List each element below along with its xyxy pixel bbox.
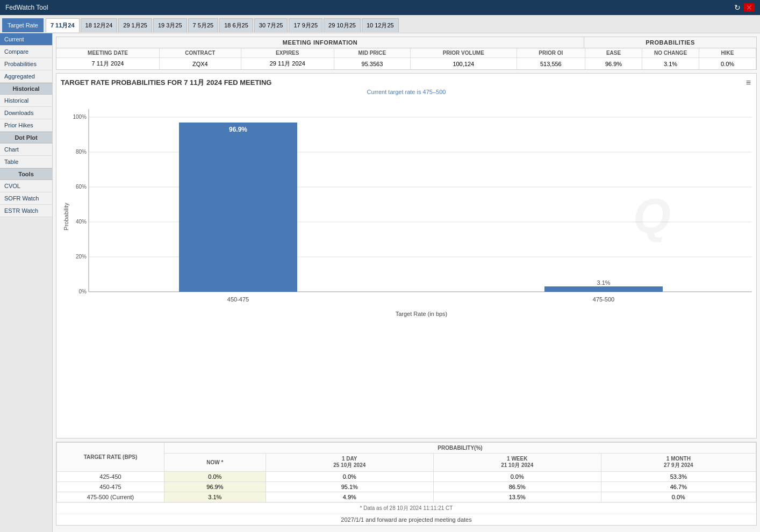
- cell-one-day: 95.1%: [266, 482, 433, 492]
- cell-prior-oi: 513,556: [517, 58, 585, 70]
- svg-text:475-500: 475-500: [593, 296, 614, 303]
- sidebar-item-downloads[interactable]: Downloads: [0, 107, 52, 119]
- sidebar-item-compare[interactable]: Compare: [0, 46, 52, 58]
- col-hike: HIKE: [699, 48, 756, 58]
- svg-text:96.9%: 96.9%: [229, 126, 247, 133]
- svg-text:20%: 20%: [76, 254, 87, 260]
- bar-475-500: [544, 286, 663, 292]
- svg-text:80%: 80%: [76, 149, 87, 155]
- meeting-section: MEETING INFORMATION PROBABILITIES MEETIN…: [56, 37, 757, 70]
- chart-menu-icon[interactable]: ≡: [746, 78, 751, 88]
- cell-one-month: 53.3%: [601, 472, 756, 482]
- cell-range: 425-450: [57, 472, 164, 482]
- meeting-section-header: MEETING INFORMATION PROBABILITIES: [56, 37, 756, 48]
- content: MEETING INFORMATION PROBABILITIES MEETIN…: [53, 33, 760, 532]
- col-contract: CONTRACT: [160, 48, 241, 58]
- sidebar-section-dot-plot: Dot Plot: [0, 132, 52, 143]
- th-now: NOW *: [164, 454, 266, 472]
- app-title: FedWatch Tool: [5, 4, 48, 11]
- col-ease: EASE: [585, 48, 642, 58]
- cell-ease: 96.9%: [585, 58, 642, 70]
- main-layout: Current Compare Probabilities Aggregated…: [0, 33, 760, 532]
- tab-row: Target Rate 7 11月2418 12月2429 1月2519 3月2…: [0, 15, 760, 33]
- bar-450-475: [179, 123, 297, 292]
- date-tab-291月25[interactable]: 29 1月25: [118, 18, 152, 32]
- sidebar-item-aggregated[interactable]: Aggregated: [0, 70, 52, 83]
- sidebar-item-prior-hikes[interactable]: Prior Hikes: [0, 119, 52, 132]
- bar-chart: Probability 100% 80% 60% 40% 20%: [61, 98, 752, 324]
- probabilities-header: PROBABILITIES: [584, 37, 756, 48]
- th-probability: PROBABILITY(%): [164, 443, 756, 454]
- sidebar-item-estr-watch[interactable]: ESTR Watch: [0, 205, 52, 217]
- meeting-row: 7 11月 2024 ZQX4 29 11月 2024 95.3563 100,…: [56, 58, 756, 70]
- sidebar-item-table[interactable]: Table: [0, 156, 52, 168]
- sidebar-section-tools: Tools: [0, 168, 52, 180]
- svg-text:3.1%: 3.1%: [597, 279, 610, 286]
- cell-expires: 29 11月 2024: [241, 58, 334, 70]
- cell-now: 0.0%: [164, 472, 266, 482]
- cell-range: 450-475: [57, 482, 164, 492]
- svg-text:Q: Q: [633, 189, 671, 243]
- svg-text:40%: 40%: [76, 219, 87, 225]
- table-row: 425-450 0.0% 0.0% 0.0% 53.3%: [57, 472, 756, 482]
- cell-no-change: 3.1%: [642, 58, 699, 70]
- sidebar-item-cvol[interactable]: CVOL: [0, 180, 52, 192]
- date-tab-186月25[interactable]: 18 6月25: [219, 18, 253, 32]
- cell-meeting-date: 7 11月 2024: [56, 58, 160, 70]
- date-tab-1012月25[interactable]: 10 12月25: [362, 18, 399, 32]
- prob-table: TARGET RATE (BPS) PROBABILITY(%) NOW * 1…: [56, 442, 756, 502]
- close-icon[interactable]: ✕: [744, 3, 755, 12]
- date-tab-179月25[interactable]: 17 9月25: [289, 18, 322, 32]
- date-tab-307月25[interactable]: 30 7月25: [254, 18, 288, 32]
- table-row: 475-500 (Current) 3.1% 4.9% 13.5% 0.0%: [57, 492, 756, 502]
- date-tab-1812月24[interactable]: 18 12月24: [81, 18, 118, 32]
- sidebar-item-current[interactable]: Current: [0, 33, 52, 46]
- cell-range: 475-500 (Current): [57, 492, 164, 502]
- date-tabs: 7 11月2418 12月2429 1月2519 3月257 5月2518 6月…: [46, 18, 400, 32]
- col-prior-oi: PRIOR OI: [517, 48, 585, 58]
- cell-now: 96.9%: [164, 482, 266, 492]
- prob-table-body: 425-450 0.0% 0.0% 0.0% 53.3% 450-475 96.…: [57, 472, 756, 502]
- target-rate-button[interactable]: Target Rate: [2, 18, 44, 32]
- cell-prior-volume: 100,124: [410, 58, 517, 70]
- svg-text:0%: 0%: [79, 289, 87, 294]
- th-target-rate: TARGET RATE (BPS): [57, 443, 164, 472]
- meeting-info-header: MEETING INFORMATION: [56, 37, 584, 48]
- chart-subtitle: Current target rate is 475–500: [61, 89, 752, 95]
- cell-mid-price: 95.3563: [334, 58, 410, 70]
- chart-section: TARGET RATE PROBABILITIES FOR 7 11月 2024…: [56, 73, 757, 438]
- svg-text:Probability: Probability: [63, 203, 69, 231]
- prob-table-section: TARGET RATE (BPS) PROBABILITY(%) NOW * 1…: [56, 442, 757, 526]
- cell-now: 3.1%: [164, 492, 266, 502]
- th-one-week: 1 WEEK 21 10月 2024: [433, 454, 601, 472]
- date-tab-2910月25[interactable]: 29 10月25: [324, 18, 361, 32]
- col-prior-volume: PRIOR VOLUME: [410, 48, 517, 58]
- th-one-month: 1 MONTH 27 9月 2024: [601, 454, 756, 472]
- col-expires: EXPIRES: [241, 48, 334, 58]
- bar-chart-svg: Probability 100% 80% 60% 40% 20%: [61, 98, 752, 324]
- meeting-table: MEETING DATE CONTRACT EXPIRES MID PRICE …: [56, 48, 756, 69]
- sidebar-item-chart[interactable]: Chart: [0, 143, 52, 156]
- sidebar-item-historical[interactable]: Historical: [0, 95, 52, 107]
- col-meeting-date: MEETING DATE: [56, 48, 160, 58]
- date-tab-75月25[interactable]: 7 5月25: [188, 18, 219, 32]
- cell-one-week: 13.5%: [433, 492, 601, 502]
- projected-note: 2027/1/1 and forward are projected meeti…: [56, 514, 756, 525]
- date-tab-193月25[interactable]: 19 3月25: [153, 18, 187, 32]
- col-mid-price: MID PRICE: [334, 48, 410, 58]
- svg-text:60%: 60%: [76, 184, 87, 190]
- cell-one-week: 0.0%: [433, 472, 601, 482]
- svg-text:100%: 100%: [73, 114, 87, 120]
- footnote: * Data as of 28 10月 2024 11:11:21 CT: [56, 502, 756, 514]
- date-tab-711月24[interactable]: 7 11月24: [46, 18, 80, 32]
- sidebar-section-historical: Historical: [0, 83, 52, 95]
- sidebar-item-sofr-watch[interactable]: SOFR Watch: [0, 192, 52, 205]
- refresh-icon[interactable]: ↻: [734, 3, 741, 12]
- th-one-day: 1 DAY 25 10月 2024: [266, 454, 433, 472]
- svg-text:450-475: 450-475: [227, 296, 249, 303]
- cell-contract: ZQX4: [160, 58, 241, 70]
- svg-text:Target Rate (in bps): Target Rate (in bps): [396, 311, 448, 317]
- col-no-change: NO CHANGE: [642, 48, 699, 58]
- cell-hike: 0.0%: [699, 58, 756, 70]
- sidebar-item-probabilities[interactable]: Probabilities: [0, 58, 52, 70]
